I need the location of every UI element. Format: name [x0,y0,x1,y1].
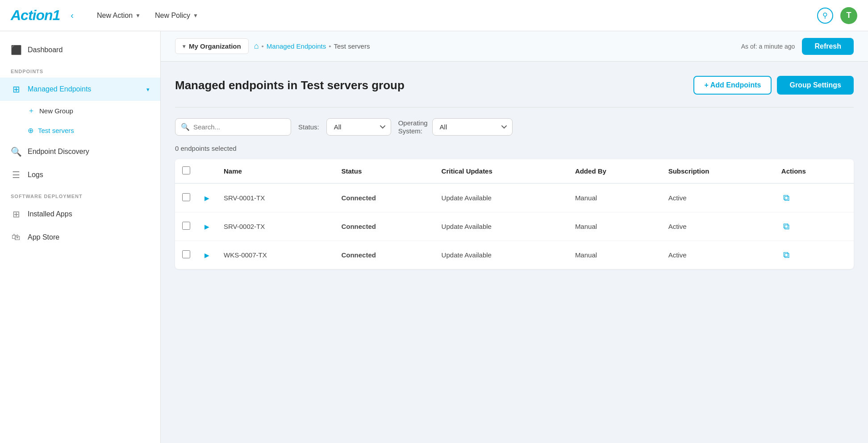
logo: Action1 [11,7,60,24]
row-status-2: Connected [334,241,434,269]
sidebar-item-logs[interactable]: ☰ Logs [0,163,160,186]
sidebar: ⬛ Dashboard ENDPOINTS ⊞ Managed Endpoint… [0,31,161,443]
new-group-icon: ＋ [28,106,35,116]
new-action-label: New Action [97,12,133,20]
search-button[interactable]: ⚲ [817,8,833,24]
row-critical-updates-0: Update Available [434,183,568,212]
row-expand-cell: ▶ [197,212,217,241]
sidebar-item-new-group[interactable]: ＋ New Group [28,101,160,121]
table-row: ▶ WKS-0007-TX Connected Update Available… [175,241,854,269]
search-input-wrap: 🔍 [175,118,291,136]
dashboard-icon: ⬛ [11,45,21,55]
row-actions-1: ⧉ [774,212,854,241]
table-row: ▶ SRV-0001-TX Connected Update Available… [175,183,854,212]
sidebar-sub-managed: ＋ New Group ⊕ Test servers [0,101,160,140]
breadcrumb-right: As of: a minute ago Refresh [741,38,854,55]
installed-apps-icon: ⊞ [11,209,21,219]
row-subscription-0: Active [661,183,774,212]
sidebar-item-managed-endpoints-label: Managed Endpoints [28,85,91,93]
managed-endpoints-chevron-icon: ▾ [146,86,150,93]
row-critical-updates-1: Update Available [434,212,568,241]
status-filter-label: Status: [298,123,319,131]
search-icon: ⚲ [822,11,828,20]
breadcrumb-left: ▾ My Organization ⌂ • Managed Endpoints … [175,38,370,54]
table-header-status: Status [334,159,434,183]
row-expand-cell: ▶ [197,241,217,269]
sidebar-item-installed-apps[interactable]: ⊞ Installed Apps [0,203,160,226]
sidebar-item-app-store[interactable]: 🛍 App Store [0,226,160,248]
header-divider [175,107,854,108]
row-actions-2: ⧉ [774,241,854,269]
group-settings-button[interactable]: Group Settings [777,76,854,95]
timestamp: As of: a minute ago [741,43,795,50]
sidebar-item-managed-endpoints[interactable]: ⊞ Managed Endpoints ▾ [0,78,160,101]
search-input[interactable] [193,119,285,135]
row-actions-0: ⧉ [774,183,854,212]
breadcrumb-path: ⌂ • Managed Endpoints • Test servers [254,41,370,51]
row-checkbox-2[interactable] [182,250,190,258]
breadcrumb-sep2: • [329,42,331,50]
row-copy-button-0[interactable]: ⧉ [781,191,791,205]
sidebar-item-logs-label: Logs [28,171,43,179]
row-expand-cell: ▶ [197,183,217,212]
new-action-button[interactable]: New Action ▼ [92,8,146,23]
user-avatar[interactable]: T [840,7,857,24]
topbar-right: ⚲ T [817,7,857,24]
row-copy-button-1[interactable]: ⧉ [781,219,791,233]
row-subscription-2: Active [661,241,774,269]
select-all-checkbox[interactable] [182,166,190,174]
row-copy-button-2[interactable]: ⧉ [781,248,791,262]
software-section-label: SOFTWARE DEPLOYMENT [0,186,160,203]
endpoints-section-label: ENDPOINTS [0,62,160,78]
content-header: Managed endpoints in Test servers group … [175,76,854,95]
table-row: ▶ SRV-0002-TX Connected Update Available… [175,212,854,241]
row-checkbox-cell [175,241,197,269]
table-header-name: Name [217,159,334,183]
page-title: Managed endpoints in Test servers group [175,79,405,92]
row-name-2: WKS-0007-TX [217,241,334,269]
new-policy-chevron-icon: ▼ [193,12,198,19]
endpoint-discovery-icon: 🔍 [11,146,21,157]
breadcrumb-bar: ▾ My Organization ⌂ • Managed Endpoints … [161,31,868,62]
breadcrumb-current: Test servers [334,42,370,50]
row-status-0: Connected [334,183,434,212]
row-status-1: Connected [334,212,434,241]
row-checkbox-cell [175,183,197,212]
status-filter-select[interactable]: All Connected Disconnected [326,118,391,136]
row-expand-button-1[interactable]: ▶ [204,223,209,230]
new-policy-button[interactable]: New Policy ▼ [150,8,204,23]
row-added-by-2: Manual [568,241,661,269]
layout: ⬛ Dashboard ENDPOINTS ⊞ Managed Endpoint… [0,31,868,443]
refresh-button[interactable]: Refresh [802,38,854,55]
org-selector[interactable]: ▾ My Organization [175,38,249,54]
sidebar-item-dashboard[interactable]: ⬛ Dashboard [0,38,160,62]
add-endpoints-button[interactable]: + Add Endpoints [693,76,772,95]
test-servers-icon: ⊕ [28,126,33,135]
org-chevron-icon: ▾ [183,43,185,50]
row-added-by-1: Manual [568,212,661,241]
table-header-expand-col [197,159,217,183]
sidebar-item-test-servers[interactable]: ⊕ Test servers [28,121,160,140]
row-critical-updates-2: Update Available [434,241,568,269]
row-expand-button-2[interactable]: ▶ [204,252,209,259]
row-subscription-1: Active [661,212,774,241]
breadcrumb-home-icon[interactable]: ⌂ [254,41,259,51]
os-filter-select[interactable]: All Windows macOS Linux [432,118,513,136]
table-header-critical-updates: Critical Updates [434,159,568,183]
content-area: Managed endpoints in Test servers group … [161,62,868,443]
sidebar-item-endpoint-discovery[interactable]: 🔍 Endpoint Discovery [0,140,160,163]
collapse-button[interactable]: ‹ [67,8,77,22]
row-checkbox-0[interactable] [182,193,190,201]
sidebar-item-dashboard-label: Dashboard [28,46,63,54]
sidebar-item-app-store-label: App Store [28,233,59,241]
row-name-0: SRV-0001-TX [217,183,334,212]
os-filter-group: OperatingSystem: All Windows macOS Linux [398,118,513,136]
row-checkbox-1[interactable] [182,222,190,230]
app-store-icon: 🛍 [11,232,21,242]
endpoints-table: Name Status Critical Updates Added By Su… [175,159,854,269]
sidebar-item-endpoint-discovery-label: Endpoint Discovery [28,148,89,156]
sidebar-item-installed-apps-label: Installed Apps [28,210,72,218]
breadcrumb-managed-endpoints[interactable]: Managed Endpoints [267,42,326,50]
row-expand-button-0[interactable]: ▶ [204,195,209,202]
main-content: ▾ My Organization ⌂ • Managed Endpoints … [161,31,868,443]
